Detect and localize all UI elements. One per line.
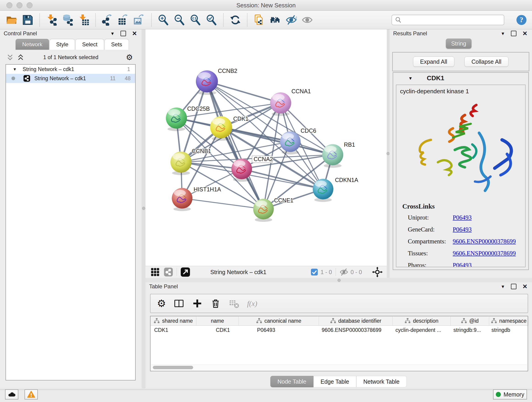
zoom-fit-button[interactable]: [189, 13, 202, 26]
vertical-splitter[interactable]: [142, 29, 146, 389]
column-header--id[interactable]: @id: [451, 316, 489, 325]
column-header-canonical-name[interactable]: canonical name: [239, 316, 319, 325]
import-network-database-button[interactable]: [61, 13, 74, 26]
table-cell[interactable]: stringdb:9...: [451, 327, 489, 333]
column-header-shared-name[interactable]: shared name: [151, 316, 196, 325]
network-node-CCNE1[interactable]: [253, 199, 274, 222]
network-node-CDC6[interactable]: [280, 131, 301, 154]
tab-select[interactable]: Select: [75, 39, 104, 50]
horizontal-splitter[interactable]: [146, 278, 532, 282]
open-session-button[interactable]: [5, 13, 18, 26]
tab-style[interactable]: Style: [50, 39, 75, 50]
network-collection-row[interactable]: ▼ String Network – cdk1 1: [6, 65, 135, 74]
network-row[interactable]: String Network – cdk1 11 48: [6, 74, 135, 83]
search-input[interactable]: [404, 17, 501, 23]
tab-network[interactable]: Network: [16, 39, 49, 50]
column-header-database-identifier[interactable]: database identifier: [319, 316, 393, 325]
table-cell[interactable]: CDK1: [151, 327, 196, 333]
toolbar-divider: [336, 268, 336, 276]
string-home-button[interactable]: [269, 13, 282, 26]
columns-icon[interactable]: [174, 298, 184, 309]
network-edge[interactable]: [182, 198, 264, 209]
delete-column-icon[interactable]: [210, 298, 221, 309]
float-panel-button[interactable]: ▼: [500, 32, 505, 36]
apply-layout-button[interactable]: [229, 13, 242, 26]
gene-section-header[interactable]: ▼ CDK1: [393, 73, 528, 84]
show-hidden-button[interactable]: [301, 13, 314, 26]
vertical-splitter[interactable]: [387, 29, 389, 278]
maximize-panel-button[interactable]: [120, 31, 126, 36]
network-node-HIST1H1A[interactable]: [172, 188, 192, 211]
tab-sets[interactable]: Sets: [104, 39, 129, 50]
zoom-in-button[interactable]: [157, 13, 170, 26]
table-cell[interactable]: cyclin-dependent ...: [393, 327, 451, 333]
close-panel-button[interactable]: ✕: [522, 283, 527, 289]
export-image-button[interactable]: [133, 13, 146, 26]
network-share-icon[interactable]: [164, 268, 173, 277]
help-button[interactable]: ?: [515, 14, 527, 26]
export-table-button[interactable]: [117, 13, 130, 26]
copy-network-button[interactable]: [253, 13, 266, 26]
tab-string[interactable]: String: [446, 38, 472, 49]
hide-selected-button[interactable]: [285, 13, 298, 26]
save-floppy-icon: [22, 14, 33, 26]
crosslink-link[interactable]: P06493: [453, 211, 472, 223]
grid-view-icon[interactable]: [151, 268, 160, 277]
results-panel-title: Results Panel: [393, 30, 427, 37]
cloud-status-button[interactable]: [5, 389, 18, 400]
table-cell[interactable]: 9606.ENSP00000378699: [319, 327, 393, 333]
crosslink-link[interactable]: P06493: [453, 259, 472, 267]
collapse-all-button[interactable]: Collapse All: [464, 57, 509, 67]
network-node-CDC25B[interactable]: [166, 108, 187, 131]
close-panel-button[interactable]: ✕: [132, 31, 137, 36]
splitter-handle[interactable]: [142, 207, 145, 210]
table-cell[interactable]: CDK1: [196, 327, 239, 333]
crosslink-link[interactable]: P06493: [453, 223, 472, 235]
column-header-name[interactable]: name: [196, 316, 239, 325]
network-node-RB1[interactable]: [322, 144, 343, 168]
node-label-HIST1H1A: HIST1H1A: [194, 186, 221, 192]
tab-node-table[interactable]: Node Table: [270, 376, 313, 387]
import-table-button[interactable]: [77, 13, 90, 26]
zoom-out-button[interactable]: [173, 13, 186, 26]
tab-network-table[interactable]: Network Table: [356, 376, 407, 387]
network-node-CCNA1[interactable]: [270, 92, 291, 116]
table-cell[interactable]: stringdb: [489, 327, 529, 333]
expand-all-button[interactable]: Expand All: [413, 57, 454, 67]
collection-expand-icon[interactable]: ▼: [13, 67, 17, 71]
close-panel-button[interactable]: ✕: [522, 31, 527, 36]
column-header-description[interactable]: description: [393, 316, 451, 325]
maximize-panel-button[interactable]: [511, 284, 516, 289]
tab-edge-table[interactable]: Edge Table: [313, 376, 356, 387]
table-settings-gear-icon[interactable]: ⚙: [157, 298, 166, 308]
hidden-eye-slash-icon[interactable]: [340, 268, 348, 276]
selected-checkbox-icon[interactable]: [310, 268, 318, 276]
table-cell[interactable]: P06493: [239, 327, 319, 333]
memory-button[interactable]: Memory: [493, 389, 527, 400]
network-canvas[interactable]: CCNB2CCNA1CDC25BCDK1CDC6RB1CCNB1CCNA2CDK…: [146, 29, 387, 266]
zoom-selected-button[interactable]: [205, 13, 218, 26]
warning-status-button[interactable]: [25, 389, 38, 400]
crosshair-icon[interactable]: [372, 267, 383, 277]
splitter-handle[interactable]: [386, 152, 390, 155]
add-column-icon[interactable]: [192, 298, 203, 309]
maximize-panel-button[interactable]: [511, 31, 516, 36]
results-panel: Results Panel ▼ ✕ String Expand All Coll…: [389, 29, 532, 278]
float-panel-button[interactable]: ▼: [110, 32, 114, 36]
section-expand-icon[interactable]: ▼: [408, 76, 413, 80]
save-session-button[interactable]: [21, 13, 34, 26]
detach-view-icon[interactable]: [181, 267, 190, 277]
network-node-CDKN1A[interactable]: [313, 179, 333, 202]
float-panel-button[interactable]: ▼: [500, 284, 505, 289]
import-network-file-button[interactable]: [45, 13, 58, 26]
column-header-namespace[interactable]: namespace: [489, 316, 529, 325]
scrollbar-thumb[interactable]: [153, 366, 193, 369]
export-network-button[interactable]: [101, 13, 114, 26]
network-node-CCNB1[interactable]: [171, 152, 191, 175]
table-row[interactable]: CDK1CDK1P064939606.ENSP00000378699cyclin…: [151, 326, 528, 334]
splitter-handle[interactable]: [337, 279, 341, 282]
crosslink-link[interactable]: 9606.ENSP00000378699: [453, 247, 516, 259]
table-panel: Table Panel ▼ ✕ shared namenamecanonical…: [146, 282, 532, 389]
crosslink-link[interactable]: 9606.ENSP00000378699: [453, 235, 516, 247]
horizontal-scrollbar[interactable]: [151, 365, 527, 370]
